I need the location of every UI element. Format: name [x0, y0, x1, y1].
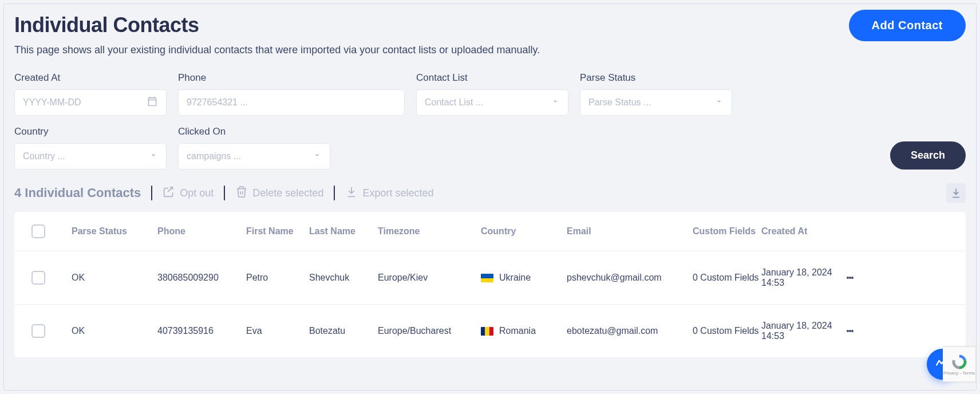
- chevron-down-icon: [313, 151, 322, 162]
- delete-selected-label: Delete selected: [252, 187, 323, 199]
- table-row: OK 380685009290 Petro Shevchuk Europe/Ki…: [14, 251, 966, 305]
- cell-country: Romania: [481, 326, 567, 336]
- chevron-down-icon: [714, 97, 724, 108]
- cell-email: ebotezatu@gmail.com: [567, 326, 693, 336]
- row-actions-menu[interactable]: [839, 329, 862, 333]
- cell-first-name: Petro: [246, 273, 309, 283]
- th-created-at: Created At: [761, 226, 839, 237]
- row-actions-menu[interactable]: [839, 275, 862, 280]
- row-checkbox[interactable]: [31, 271, 45, 285]
- results-count: 4 Individual Contacts: [14, 186, 141, 200]
- page-subtitle: This page shows all your existing indivi…: [14, 44, 540, 56]
- filter-label-parse-status: Parse Status: [580, 72, 732, 84]
- th-custom-fields: Custom Fields: [693, 226, 761, 237]
- download-icon: [345, 186, 358, 201]
- trash-icon: [235, 186, 248, 201]
- country-select[interactable]: Country ...: [14, 143, 167, 170]
- opt-out-button[interactable]: Opt out: [163, 186, 214, 201]
- cell-parse-status: OK: [72, 326, 157, 336]
- chevron-down-icon: [149, 151, 158, 162]
- th-timezone: Timezone: [378, 226, 481, 237]
- chevron-down-icon: [551, 97, 560, 108]
- filter-label-created-at: Created At: [14, 72, 167, 84]
- contacts-table: Parse Status Phone First Name Last Name …: [14, 212, 966, 358]
- cell-first-name: Eva: [246, 326, 309, 336]
- separator: [151, 186, 152, 200]
- cell-timezone: Europe/Bucharest: [378, 326, 481, 336]
- opt-out-icon: [163, 186, 175, 201]
- parse-status-placeholder: Parse Status ...: [588, 97, 651, 108]
- flag-icon: [481, 274, 493, 282]
- country-placeholder: Country ...: [23, 151, 65, 161]
- phone-input[interactable]: [178, 89, 405, 116]
- clicked-on-placeholder: campaigns ...: [187, 151, 241, 161]
- created-at-input[interactable]: [14, 89, 167, 116]
- cell-country: Ukraine: [481, 273, 567, 283]
- contact-list-placeholder: Contact List ...: [425, 97, 483, 108]
- cell-last-name: Shevchuk: [309, 273, 378, 283]
- table-header-row: Parse Status Phone First Name Last Name …: [14, 212, 966, 251]
- th-email: Email: [567, 226, 693, 237]
- cell-last-name: Botezatu: [309, 326, 378, 336]
- flag-icon: [481, 327, 493, 336]
- th-phone: Phone: [157, 226, 246, 237]
- separator: [334, 186, 335, 200]
- filter-label-clicked-on: Clicked On: [178, 126, 330, 137]
- th-first-name: First Name: [246, 226, 309, 237]
- phone-field[interactable]: [187, 97, 396, 108]
- cell-custom-fields: 0 Custom Fields: [693, 273, 761, 283]
- recaptcha-text: Privacy - Terms: [943, 371, 975, 376]
- parse-status-select[interactable]: Parse Status ...: [580, 89, 732, 116]
- cell-created-at: January 18, 2024 14:53: [761, 267, 839, 288]
- download-button[interactable]: [946, 183, 966, 203]
- cell-custom-fields: 0 Custom Fields: [693, 326, 761, 336]
- delete-selected-button[interactable]: Delete selected: [235, 186, 323, 201]
- cell-created-at: January 18, 2024 14:53: [761, 321, 839, 341]
- created-at-field[interactable]: [23, 97, 141, 108]
- page-title: Individual Contacts: [14, 13, 540, 37]
- export-selected-label: Export selected: [362, 187, 433, 199]
- row-checkbox[interactable]: [31, 324, 45, 338]
- filter-label-contact-list: Contact List: [416, 72, 568, 84]
- cell-phone: 40739135916: [157, 326, 246, 336]
- recaptcha-badge: Privacy - Terms: [943, 346, 976, 382]
- export-selected-button[interactable]: Export selected: [345, 186, 433, 201]
- th-last-name: Last Name: [309, 226, 378, 237]
- th-country: Country: [481, 226, 567, 237]
- clicked-on-select[interactable]: campaigns ...: [178, 143, 330, 170]
- calendar-icon: [147, 96, 158, 109]
- opt-out-label: Opt out: [180, 187, 214, 199]
- th-parse-status: Parse Status: [72, 226, 157, 237]
- cell-timezone: Europe/Kiev: [378, 273, 481, 283]
- contact-list-select[interactable]: Contact List ...: [416, 89, 568, 116]
- search-button[interactable]: Search: [890, 141, 966, 170]
- add-contact-button[interactable]: Add Contact: [849, 10, 966, 41]
- cell-phone: 380685009290: [157, 273, 246, 283]
- select-all-checkbox[interactable]: [31, 224, 45, 238]
- cell-email: pshevchuk@gmail.com: [567, 273, 693, 283]
- cell-parse-status: OK: [72, 273, 157, 283]
- separator: [224, 186, 225, 200]
- filter-label-country: Country: [14, 126, 167, 137]
- filter-label-phone: Phone: [178, 72, 405, 84]
- table-row: OK 40739135916 Eva Botezatu Europe/Bucha…: [14, 305, 966, 358]
